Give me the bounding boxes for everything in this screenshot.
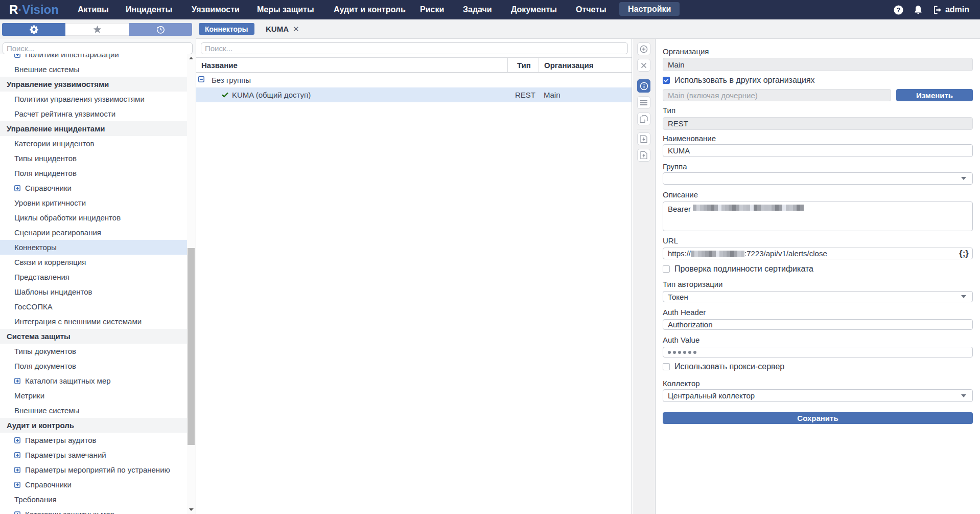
svg-text:?: ? — [896, 6, 900, 14]
